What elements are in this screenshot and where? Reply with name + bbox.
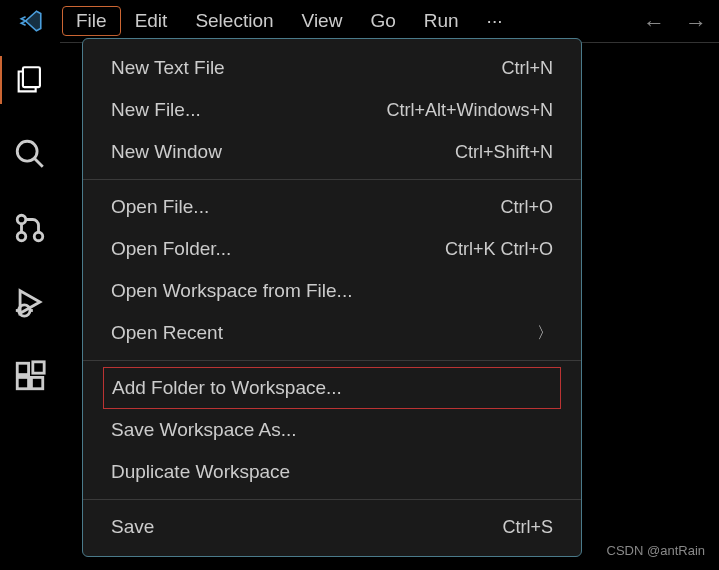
menu-view[interactable]: View [288, 6, 357, 36]
menu-item-save-workspace-as[interactable]: Save Workspace As... [83, 409, 581, 451]
menu-item-shortcut: Ctrl+N [501, 58, 553, 79]
activity-search-icon[interactable] [12, 136, 48, 172]
menu-separator [83, 179, 581, 180]
menu-item-new-file[interactable]: New File... Ctrl+Alt+Windows+N [83, 89, 581, 131]
title-bar: File Edit Selection View Go Run ··· ← → [0, 0, 719, 42]
nav-forward-icon[interactable]: → [685, 10, 707, 36]
menu-run[interactable]: Run [410, 6, 473, 36]
watermark-text: CSDN @antRain [607, 543, 705, 558]
menu-item-label: New File... [111, 99, 386, 121]
menu-item-label: Add Folder to Workspace... [112, 377, 552, 399]
menu-item-shortcut: Ctrl+S [502, 517, 553, 538]
activity-explorer-icon[interactable] [12, 62, 48, 98]
file-dropdown-menu: New Text File Ctrl+N New File... Ctrl+Al… [82, 38, 582, 557]
menu-separator [83, 360, 581, 361]
menu-item-new-text-file[interactable]: New Text File Ctrl+N [83, 47, 581, 89]
svg-rect-12 [33, 362, 44, 373]
menu-item-shortcut: Ctrl+Shift+N [455, 142, 553, 163]
svg-point-5 [17, 232, 26, 241]
menu-item-label: Save Workspace As... [111, 419, 553, 441]
menu-selection[interactable]: Selection [181, 6, 287, 36]
activity-source-control-icon[interactable] [12, 210, 48, 246]
svg-rect-11 [31, 377, 42, 388]
menu-item-save[interactable]: Save Ctrl+S [83, 506, 581, 548]
menu-go[interactable]: Go [356, 6, 409, 36]
svg-point-1 [17, 141, 37, 161]
vscode-logo-icon [18, 8, 44, 34]
menu-separator [83, 499, 581, 500]
menu-item-open-recent[interactable]: Open Recent 〉 [83, 312, 581, 354]
menu-item-label: Open Workspace from File... [111, 280, 553, 302]
menu-item-open-workspace[interactable]: Open Workspace from File... [83, 270, 581, 312]
svg-rect-10 [17, 377, 28, 388]
nav-back-icon[interactable]: ← [643, 10, 665, 36]
svg-line-2 [34, 158, 43, 167]
activity-run-debug-icon[interactable] [12, 284, 48, 320]
svg-rect-0 [23, 67, 40, 87]
chevron-right-icon: 〉 [537, 323, 553, 344]
nav-arrows: ← → [643, 10, 707, 36]
menu-file[interactable]: File [62, 6, 121, 36]
menu-item-new-window[interactable]: New Window Ctrl+Shift+N [83, 131, 581, 173]
menu-item-label: New Window [111, 141, 455, 163]
menu-item-label: Duplicate Workspace [111, 461, 553, 483]
menu-item-shortcut: Ctrl+O [500, 197, 553, 218]
menu-item-open-folder[interactable]: Open Folder... Ctrl+K Ctrl+O [83, 228, 581, 270]
menu-overflow[interactable]: ··· [473, 6, 517, 36]
svg-rect-9 [17, 363, 28, 374]
menu-item-label: Open Folder... [111, 238, 445, 260]
menu-edit[interactable]: Edit [121, 6, 182, 36]
svg-point-4 [34, 232, 43, 241]
menu-item-shortcut: Ctrl+K Ctrl+O [445, 239, 553, 260]
menu-item-shortcut: Ctrl+Alt+Windows+N [386, 100, 553, 121]
menu-item-label: Open File... [111, 196, 500, 218]
menu-item-label: Open Recent [111, 322, 537, 344]
svg-point-3 [17, 215, 26, 224]
menu-item-open-file[interactable]: Open File... Ctrl+O [83, 186, 581, 228]
menu-item-add-folder-workspace[interactable]: Add Folder to Workspace... [103, 367, 561, 409]
activity-extensions-icon[interactable] [12, 358, 48, 394]
menu-item-label: Save [111, 516, 502, 538]
menu-item-duplicate-workspace[interactable]: Duplicate Workspace [83, 451, 581, 493]
menu-bar: File Edit Selection View Go Run ··· [62, 6, 516, 36]
menu-item-label: New Text File [111, 57, 501, 79]
activity-bar [0, 42, 60, 570]
